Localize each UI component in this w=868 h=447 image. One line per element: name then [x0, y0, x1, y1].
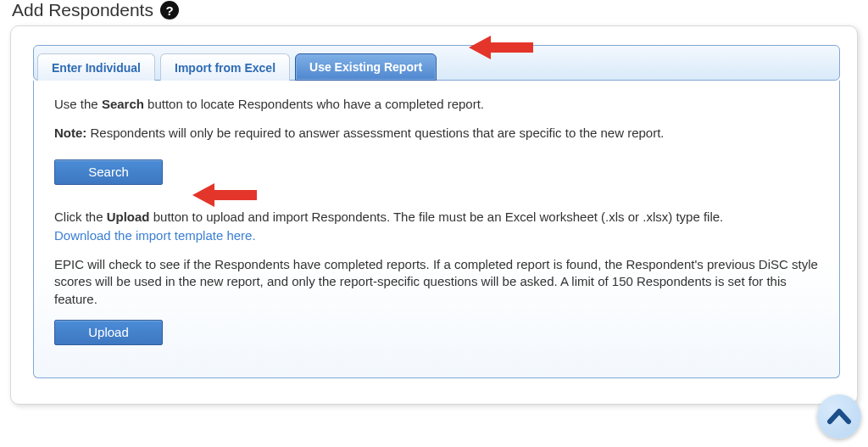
note-body: Respondents will only be required to ans… [86, 126, 664, 140]
tab-strip: Enter Individual Import from Excel Use E… [33, 45, 840, 81]
upload-button[interactable]: Upload [54, 320, 163, 345]
scroll-to-top-button[interactable] [817, 394, 861, 439]
search-instruction-text: Use the Search button to locate Responde… [54, 96, 819, 113]
chevron-up-icon [826, 407, 852, 426]
epic-note-text: EPIC will check to see if the Respondent… [54, 256, 819, 308]
text-fragment: button to locate Respondents who have a … [144, 97, 484, 111]
tab-import-from-excel[interactable]: Import from Excel [160, 53, 290, 81]
text-fragment-bold: Upload [107, 210, 150, 224]
tab-use-existing-report[interactable]: Use Existing Report [295, 53, 437, 81]
text-fragment: button to upload and import Respondents.… [150, 210, 724, 224]
text-fragment-bold: Search [102, 97, 144, 111]
page-title: Add Respondents [12, 0, 153, 20]
search-button[interactable]: Search [54, 159, 163, 185]
tab-enter-individual[interactable]: Enter Individual [37, 53, 155, 81]
text-fragment: Use the [54, 97, 102, 111]
text-fragment: Click the [54, 210, 107, 224]
download-template-link[interactable]: Download the import template here. [54, 228, 256, 243]
help-icon[interactable]: ? [160, 1, 179, 20]
upload-instruction-text: Click the Upload button to upload and im… [54, 209, 819, 226]
note-label: Note: [54, 126, 86, 140]
add-respondents-panel: Enter Individual Import from Excel Use E… [10, 25, 858, 405]
tab-content: Use the Search button to locate Responde… [33, 81, 840, 378]
note-text: Note: Respondents will only be required … [54, 125, 819, 142]
